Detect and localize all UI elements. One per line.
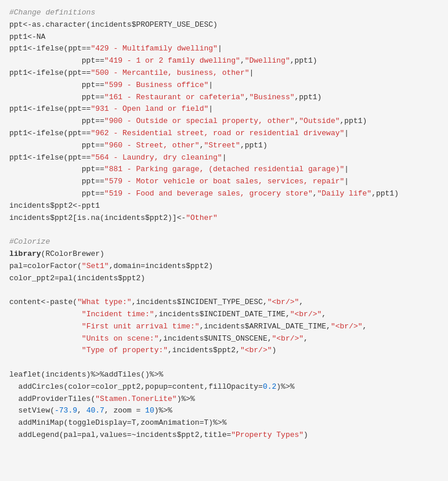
code-line: ppt=="419 - 1 or 2 family dwelling","Dwe… [9, 55, 439, 67]
string-text: "Other" [186, 214, 218, 222]
normal-text: ppt1<-ifelse(ppt== [9, 104, 91, 113]
normal-text: | [208, 81, 213, 89]
string-text: "519 - Food and beverage sales, grocery … [104, 189, 313, 198]
code-line: ppt1<-ifelse(ppt=="931 - Open land or fi… [9, 103, 439, 115]
normal-text: , [363, 322, 367, 331]
string-text: "<br/>" [240, 346, 272, 355]
normal-text [9, 322, 82, 331]
code-line: ppt=="960 - Street, other","Street",ppt1… [9, 140, 439, 152]
code-line: leaflet(incidents)%>%addTiles()%>% [9, 369, 439, 381]
code-line: addMiniMap(toggleDisplay=T,zoomAnimation… [9, 417, 439, 429]
string-text: "960 - Street, other" [104, 141, 200, 150]
string-text: "<br/>" [290, 310, 322, 319]
string-text: "Type of property:" [82, 346, 168, 355]
normal-text: | [344, 177, 349, 186]
normal-text: , [304, 334, 308, 343]
normal-text: ppt== [9, 189, 104, 198]
normal-text: ppt== [9, 117, 104, 125]
normal-text: , [321, 310, 326, 319]
string-text: "Daily life" [317, 189, 372, 198]
code-line: ppt=="599 - Business office"| [9, 79, 439, 92]
string-text: "Business" [249, 93, 294, 102]
normal-text: )%>% [177, 395, 195, 403]
normal-text: | [222, 153, 227, 162]
string-text: "962 - Residential street, road or resid… [91, 129, 344, 138]
code-line [9, 284, 439, 296]
normal-text: ppt1<-NA [9, 32, 45, 41]
string-text: "900 - Outside or special property, othe… [104, 117, 295, 125]
normal-text: addProviderTiles( [9, 395, 95, 403]
normal-text: setView( [9, 406, 55, 415]
string-text: "564 - Laundry, dry cleaning" [91, 153, 222, 162]
normal-text: ,ppt1) [371, 189, 399, 198]
code-line: ppt=="519 - Food and beverage sales, gro… [9, 188, 439, 200]
normal-text: ppt== [9, 81, 104, 89]
normal-text: addMiniMap(toggleDisplay=T,zoomAnimation… [9, 418, 226, 427]
normal-text: ,ppt1) [340, 117, 367, 125]
normal-text: ppt1<-ifelse(ppt== [9, 44, 91, 53]
normal-text: | [344, 129, 349, 138]
normal-text: , [77, 406, 86, 415]
string-text: "Set1" [82, 262, 109, 270]
normal-text: ppt== [9, 165, 104, 173]
normal-text: ppt== [9, 56, 104, 65]
code-content: #Change definitionsppt<-as.character(inc… [9, 7, 439, 442]
code-line: ppt=="579 - Motor vehicle or boat sales,… [9, 176, 439, 188]
normal-text: ppt1<-ifelse(ppt== [9, 129, 91, 138]
string-text: "Property Types" [231, 431, 304, 439]
code-line: addLegend(pal=pal,values=~incidents$ppt2… [9, 429, 439, 442]
string-text: "599 - Business office" [104, 81, 208, 89]
normal-text: ppt1<-ifelse(ppt== [9, 153, 91, 162]
normal-text [9, 310, 82, 319]
string-text: "931 - Open land or field" [91, 104, 208, 113]
number-text: 10 [145, 406, 154, 415]
code-line: color_ppt2=pal(incidents$ppt2) [9, 273, 439, 285]
normal-text: pal=colorFactor( [9, 262, 82, 270]
code-line: ppt=="881 - Parking garage, (detached re… [9, 164, 439, 176]
code-line: "Units on scene:",incidents$UNITS_ONSCEN… [9, 333, 439, 345]
code-line: content<-paste("What type:",incidents$IN… [9, 296, 439, 309]
normal-text: ppt1<-ifelse(ppt== [9, 68, 91, 77]
code-line: addProviderTiles("Stamen.TonerLite")%>% [9, 393, 439, 406]
code-line: #Change definitions [9, 7, 439, 19]
normal-text [9, 346, 82, 355]
code-line: ppt1<-ifelse(ppt=="962 - Residential str… [9, 128, 439, 140]
normal-text: | [218, 44, 222, 53]
code-line: ppt1<-ifelse(ppt=="429 - Multifamily dwe… [9, 43, 439, 55]
normal-text: | [249, 68, 254, 77]
code-line: "First unit arrival time:",incidents$ARR… [9, 321, 439, 333]
normal-text: ppt== [9, 93, 104, 102]
normal-text: (RColorBrewer) [41, 249, 104, 258]
code-line: ppt<-as.character(incidents$PROPERTY_USE… [9, 19, 439, 31]
keyword-text: library [9, 249, 41, 258]
normal-text: | [344, 165, 349, 173]
code-line: #Colorize [9, 236, 439, 248]
normal-text: ppt== [9, 177, 104, 186]
normal-text: ,ppt1) [290, 56, 317, 65]
normal-text: ppt== [9, 141, 104, 150]
normal-text: )%>% [154, 406, 172, 415]
normal-text: color_ppt2=pal(incidents$ppt2) [9, 274, 145, 283]
normal-text: addCircles(color=color_ppt2,popup=conten… [9, 382, 263, 391]
normal-text: )%>% [276, 382, 294, 391]
normal-text: ,incidents$ppt2, [168, 346, 240, 355]
string-text: "Dwelling" [245, 56, 290, 65]
string-text: "Street" [204, 141, 240, 150]
code-line: addCircles(color=color_ppt2,popup=conten… [9, 381, 439, 393]
code-line: ppt=="161 - Restaurant or cafeteria","Bu… [9, 92, 439, 104]
code-line: "Incident time:",incidents$INCIDENT_DATE… [9, 309, 439, 321]
normal-text: ) [272, 346, 277, 355]
normal-text: ppt<-as.character(incidents$PROPERTY_USE… [9, 20, 218, 29]
string-text: "161 - Restaurant or cafeteria" [104, 93, 245, 102]
code-line [9, 224, 439, 236]
code-line: incidents$ppt2<-ppt1 [9, 200, 439, 212]
normal-text: | [208, 104, 213, 113]
comment-text: #Colorize [9, 237, 50, 246]
normal-text: ,incidents$ARRIVAL_DATE_TIME, [200, 322, 331, 331]
normal-text: , [299, 298, 304, 306]
string-text: "Units on scene:" [82, 334, 159, 343]
normal-text: ,incidents$INCIDENT_TYPE_DESC, [132, 298, 268, 306]
string-text: "<br/>" [331, 322, 363, 331]
code-line [9, 357, 439, 369]
string-text: "419 - 1 or 2 family dwelling" [104, 56, 240, 65]
